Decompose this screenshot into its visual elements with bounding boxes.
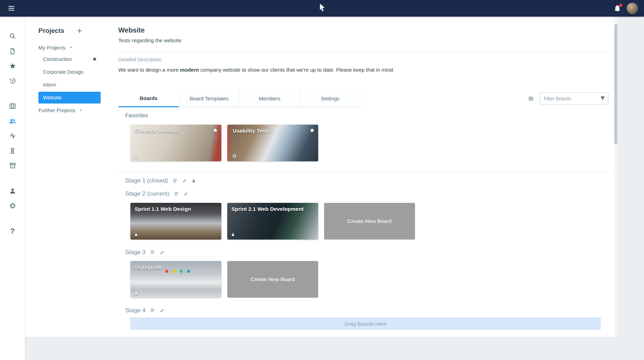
stage-expand-icon[interactable] xyxy=(159,308,165,313)
lock-icon xyxy=(191,178,196,183)
board-card-sprint-1-1[interactable]: Sprint 1.1 Web Design xyxy=(130,203,221,240)
stage-list-icon[interactable] xyxy=(150,308,155,313)
board-card-sprint-2-1[interactable]: Sprint 2.1 Web Development xyxy=(227,203,318,240)
project-list: Construction Corporate Design Intern Web… xyxy=(38,53,118,104)
favorite-star-icon[interactable] xyxy=(212,127,218,133)
add-project-button[interactable] xyxy=(76,27,83,34)
favorite-star-icon[interactable] xyxy=(92,56,97,62)
notifications-bell-icon[interactable] xyxy=(614,4,621,12)
project-item-construction[interactable]: Construction xyxy=(38,53,101,65)
app-logo xyxy=(318,3,326,13)
board-title: Sprint 1.1 Web Design xyxy=(135,206,211,212)
tab-label: Settings xyxy=(321,96,339,101)
create-board-label: Create New Board xyxy=(251,276,295,282)
history-icon[interactable] xyxy=(4,73,21,88)
board-title: Sprint 2.1 Web Development xyxy=(231,206,308,212)
team-icon[interactable] xyxy=(4,114,21,128)
stage-4-header: Stage 4 xyxy=(118,306,608,315)
filter-boards-input[interactable] xyxy=(540,92,608,105)
project-item-website[interactable]: Website xyxy=(38,92,101,104)
projects-sidebar: Projects My Projects Construction Corpor… xyxy=(25,17,118,337)
project-label: Construction xyxy=(43,56,72,62)
help-icon[interactable]: ? xyxy=(4,224,21,238)
notification-badge xyxy=(619,3,623,7)
board-icon[interactable] xyxy=(4,99,21,114)
my-projects-label: My Projects xyxy=(38,45,65,51)
lock-icon xyxy=(134,290,138,295)
divider xyxy=(118,51,608,52)
project-label: Intern xyxy=(43,82,56,88)
favorites-row: Concept Website Usability Tests xyxy=(118,125,608,161)
search-icon[interactable] xyxy=(4,29,21,44)
tab-settings[interactable]: Settings xyxy=(300,90,360,107)
activity-icon[interactable] xyxy=(4,128,21,143)
tab-board-templates[interactable]: Board Templates xyxy=(179,90,239,107)
tab-members[interactable]: Members xyxy=(239,90,300,107)
main-content: Website Tests regarding the website Deta… xyxy=(118,17,608,337)
stage-list-icon[interactable] xyxy=(150,250,155,255)
document-icon[interactable] xyxy=(4,44,21,58)
project-item-corporate-design[interactable]: Corporate Design xyxy=(38,65,101,78)
lock-icon xyxy=(134,232,138,237)
further-projects-label: Further Projects xyxy=(38,107,75,113)
further-projects-toggle[interactable]: Further Projects xyxy=(38,104,118,117)
menu-icon[interactable] xyxy=(0,4,15,12)
tab-label: Members xyxy=(259,96,280,101)
content-sheet: Projects My Projects Construction Corpor… xyxy=(25,17,617,337)
stage-label: Stage 2 (current) xyxy=(125,190,169,197)
description-text: We want to design a more modern company … xyxy=(118,67,608,73)
tab-bar: Boards Board Templates Members Settings xyxy=(118,90,608,107)
project-label: Website xyxy=(43,94,62,100)
project-item-intern[interactable]: Intern xyxy=(38,78,101,91)
stage-label: Stage 1 (closed) xyxy=(125,177,168,184)
description-post: company website to show our clients that… xyxy=(199,67,394,73)
stage-label: Stage 3 xyxy=(125,249,146,256)
chevron-down-icon xyxy=(68,45,73,50)
stage-label: Stage 4 xyxy=(125,307,146,314)
stage-expand-icon[interactable] xyxy=(159,250,165,255)
stage-expand-icon[interactable] xyxy=(182,178,187,183)
star-icon[interactable] xyxy=(4,58,21,73)
board-title: Styleguide xyxy=(135,264,211,270)
stage-1-header: Stage 1 (closed) xyxy=(118,177,608,185)
create-new-board-button[interactable]: Create New Board xyxy=(324,203,415,240)
scrollbar xyxy=(614,17,617,337)
description-pre: We want to design a more xyxy=(118,67,180,73)
board-card-styleguide[interactable]: Styleguide xyxy=(130,261,221,298)
tab-boards[interactable]: Boards xyxy=(118,90,179,107)
lock-icon xyxy=(134,154,138,159)
scrollbar-thumb[interactable] xyxy=(614,24,617,144)
profile-icon[interactable] xyxy=(4,183,21,198)
hourglass-icon[interactable] xyxy=(4,143,21,158)
favorite-star-icon[interactable] xyxy=(309,127,315,133)
stage-list-icon[interactable] xyxy=(174,191,179,197)
settings-gear-icon[interactable] xyxy=(4,198,21,213)
create-new-board-button[interactable]: Create New Board xyxy=(227,261,318,298)
chevron-right-icon xyxy=(79,108,83,112)
drop-zone-label: Drag Boards Here xyxy=(345,321,387,327)
icon-rail: ? xyxy=(0,17,25,360)
filter-boards-field xyxy=(540,92,608,105)
stage-2-boards-row: Sprint 1.1 Web Design Sprint 2.1 Web Dev… xyxy=(118,203,608,240)
divider xyxy=(118,172,608,172)
stage-3-header: Stage 3 xyxy=(118,248,608,256)
board-controls xyxy=(527,92,608,107)
archive-icon[interactable] xyxy=(4,158,21,173)
drag-boards-drop-zone[interactable]: Drag Boards Here xyxy=(130,317,601,330)
description-label: Detailed Description xyxy=(118,56,608,63)
favorites-label: Favorites xyxy=(118,112,608,119)
board-title: Concept Website xyxy=(135,128,211,134)
globe-icon xyxy=(232,154,237,159)
stage-2-header: Stage 2 (current) xyxy=(118,190,608,198)
description-bold: modern xyxy=(180,67,199,73)
view-options-icon[interactable] xyxy=(527,95,534,102)
stage-list-icon[interactable] xyxy=(172,178,178,183)
lock-icon xyxy=(231,232,235,237)
my-projects-toggle[interactable]: My Projects xyxy=(38,42,118,53)
user-avatar[interactable] xyxy=(627,3,638,14)
board-card-usability-tests[interactable]: Usability Tests xyxy=(227,125,318,161)
board-card-concept-website[interactable]: Concept Website xyxy=(130,125,221,161)
tab-label: Board Templates xyxy=(190,96,228,101)
create-board-label: Create New Board xyxy=(348,218,392,224)
stage-expand-icon[interactable] xyxy=(183,191,188,197)
